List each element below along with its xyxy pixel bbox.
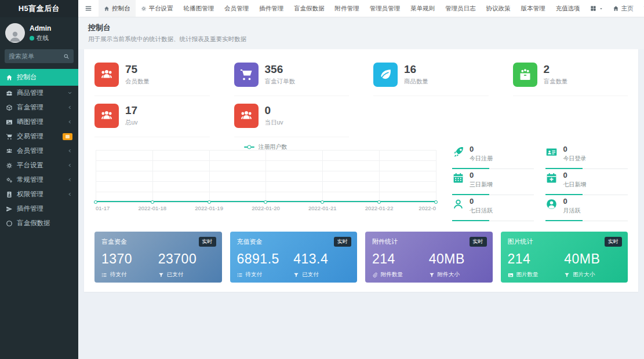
tab-console[interactable]: 控制台 — [99, 0, 136, 17]
card-value-label: 待支付 — [246, 271, 263, 279]
tab-carousel[interactable]: 轮播图管理 — [179, 0, 220, 17]
tab-agreements[interactable]: 协议政策 — [481, 0, 516, 17]
image-icon — [508, 272, 514, 278]
tab-label: 菜单规则 — [410, 5, 435, 13]
nav-right: 主页 清除缓存 Admin — [585, 0, 644, 17]
tabs-overflow-button[interactable] — [585, 0, 608, 17]
card-value-label: 附件数量 — [381, 271, 403, 279]
tab-recharge-options[interactable]: 充值选项 — [551, 0, 585, 17]
stat-label: 会员数量 — [125, 78, 150, 86]
tab-members[interactable]: 会员管理 — [219, 0, 254, 17]
card-title: 附件统计 — [372, 237, 486, 246]
sidebar-item-blindbox[interactable]: 盲盒管理 — [0, 100, 78, 115]
tab-admin-logs[interactable]: 管理员日志 — [440, 0, 481, 17]
sidebar-item-label: 控制台 — [17, 73, 37, 82]
card-value: 23700 — [158, 251, 215, 267]
sidebar-item-photos[interactable]: 晒图管理 — [0, 115, 78, 129]
stat-value: 0 — [265, 105, 283, 116]
stat-label: 盲盒订单数 — [265, 78, 296, 86]
stat-value: 75 — [125, 64, 150, 75]
tab-label: 控制台 — [112, 5, 130, 13]
quick-stats: 0 今日注册 0 今日登录 — [452, 143, 628, 221]
stat-grid: 75 会员数量 356 盲盒订单数 16 — [94, 55, 628, 137]
quick-stat-label: 三日新增 — [470, 181, 493, 189]
stat-label: 商品数量 — [404, 78, 428, 86]
chevron-left-icon — [67, 192, 72, 197]
image-icon — [6, 119, 13, 126]
tab-attachments[interactable]: 附件管理 — [330, 0, 365, 17]
card-value-label: 附件大小 — [438, 271, 460, 279]
sidebar-menu: 控制台 商品管理 盲盒管理 晒图管理 交易管理 — [0, 69, 78, 359]
tab-admins[interactable]: 管理员管理 — [365, 0, 406, 17]
chart-plot: 01-172022-01-182022-01-192022-01-202022-… — [96, 150, 436, 202]
sidebar-item-label: 盲盒假数据 — [17, 219, 50, 228]
quick-stat-value: 0 — [470, 145, 493, 153]
tab-versions[interactable]: 版本管理 — [516, 0, 551, 17]
sidebar-item-label: 插件管理 — [17, 204, 43, 213]
sidebar-item-fakedata[interactable]: 盲盒假数据 — [0, 216, 78, 230]
tab-label: 插件管理 — [259, 5, 283, 13]
gear-icon — [141, 6, 147, 12]
main-area: 控制台 平台设置 轮播图管理 会员管理 插件管理 盲盒假数据 附件管理 管理员管… — [78, 0, 644, 359]
sidebar-item-permissions[interactable]: 权限管理 — [0, 187, 78, 202]
sidebar-item-label: 平台设置 — [17, 161, 43, 170]
user-status-label: 在线 — [37, 34, 49, 42]
home-icon — [104, 6, 110, 12]
card-value-label: 已支付 — [302, 271, 319, 279]
stat-label: 总uv — [125, 119, 138, 127]
realtime-badge: 实时 — [470, 237, 487, 247]
card-value: 40MB — [564, 251, 621, 267]
home-button[interactable]: 主页 — [608, 0, 638, 17]
sidebar-toggle-button[interactable] — [78, 0, 99, 17]
tab-label: 充值选项 — [556, 5, 580, 13]
stat-label: 当日uv — [265, 119, 283, 127]
sidebar-item-plugins[interactable]: 插件管理 — [0, 202, 78, 216]
sidebar-item-platform[interactable]: 平台设置 — [0, 158, 78, 173]
middle-row: 注册用户数 01-172022-01-182022-01-192022-01-2… — [94, 143, 628, 221]
chart-legend[interactable]: 注册用户数 — [94, 143, 437, 151]
tab-platform-settings[interactable]: 平台设置 — [136, 0, 179, 17]
sidebar-item-members[interactable]: 会员管理 — [0, 144, 78, 158]
user-circle-icon — [545, 198, 558, 210]
tab-label: 附件管理 — [335, 5, 359, 13]
home-icon — [613, 5, 619, 12]
search-input[interactable] — [9, 53, 61, 60]
sidebar: H5盲盒后台 Admin 在线 控制台 商品管理 — [0, 0, 78, 359]
stat-card-goods: 16 商品数量 — [373, 55, 489, 96]
sidebar-item-goods[interactable]: 商品管理 — [0, 86, 78, 100]
user-name: Admin — [30, 24, 51, 32]
tab-label: 轮播图管理 — [184, 5, 214, 13]
leaf-icon — [373, 63, 398, 87]
quick-stat-7day-new: 0 七日新增 — [545, 169, 628, 195]
sidebar-item-general[interactable]: 常规管理 — [0, 173, 78, 187]
card-value: 413.4 — [293, 251, 350, 267]
filter-icon — [429, 272, 435, 278]
quick-stat-value: 0 — [563, 145, 586, 153]
paper-plane-icon — [6, 206, 13, 213]
tab-plugins[interactable]: 插件管理 — [254, 0, 289, 17]
stat-value: 16 — [404, 64, 428, 75]
search-icon[interactable] — [63, 53, 70, 60]
online-dot-icon — [30, 36, 34, 41]
sidebar-item-label: 盲盒管理 — [17, 103, 43, 112]
sidebar-item-console[interactable]: 控制台 — [0, 69, 78, 86]
nav-tabs: 控制台 平台设置 轮播图管理 会员管理 插件管理 盲盒假数据 附件管理 管理员管… — [99, 0, 585, 17]
users-icon — [234, 104, 259, 128]
quick-stat-label: 今日注册 — [470, 155, 493, 163]
calendar-plus-icon — [545, 172, 558, 184]
avatar[interactable] — [5, 23, 25, 43]
page-header: 控制台 用于展示当前系统中的统计数据、统计报表及重要实时数据 — [78, 17, 644, 49]
tab-menu-rules[interactable]: 菜单规则 — [405, 0, 440, 17]
app-root: H5盲盒后台 Admin 在线 控制台 商品管理 — [0, 0, 644, 359]
chevron-left-icon — [67, 148, 72, 153]
sidebar-item-trade[interactable]: 交易管理 — [0, 129, 78, 144]
stat-card-orders: 356 盲盒订单数 — [234, 55, 350, 96]
grid-icon — [590, 5, 596, 12]
calendar-icon — [452, 172, 464, 184]
clear-cache-button[interactable]: 清除缓存 — [638, 0, 644, 17]
stat-value: 2 — [544, 64, 568, 75]
gradient-cards: 盲盒资金 实时 1370 待支付 23700 已支付 — [94, 232, 628, 283]
page-subtitle: 用于展示当前系统中的统计数据、统计报表及重要实时数据 — [88, 35, 634, 43]
list-icon — [237, 272, 243, 278]
tab-fakedata[interactable]: 盲盒假数据 — [289, 0, 330, 17]
